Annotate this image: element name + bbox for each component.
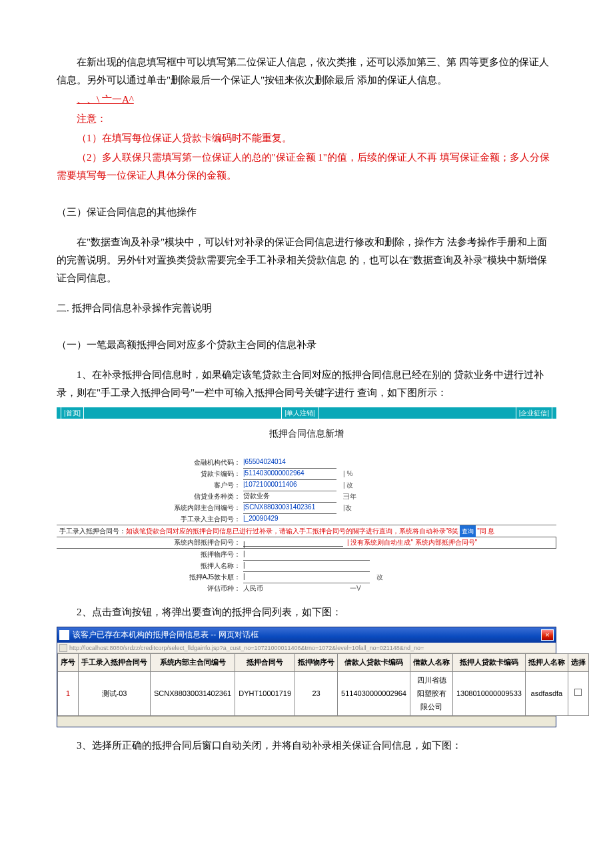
url-icon — [59, 644, 67, 652]
section3-title: （三）保证合同信息的其他操作 — [57, 203, 556, 221]
manual-hint: 如该笔贷款合同对应的抵押合同信息已进行过补录，请输入手工抵押合同号的關字进行直询… — [126, 525, 458, 537]
tab-home[interactable]: |首页| — [61, 407, 84, 419]
td-sysmain: SCNX88030031402361 — [151, 671, 235, 715]
form-topbar: |首页| |单人注销| |企业征信| — [57, 407, 556, 419]
lbl-pname: 抵押人名称： — [57, 560, 243, 572]
step-3: 3、选择所正确的抵押合同后窗口自动关闭，并将自动补录相关保证合同信息，如下图： — [57, 737, 556, 755]
suffix-pcard: 改 — [370, 571, 383, 583]
lbl-org: 金融机构代码： — [57, 457, 243, 469]
dialog-title: 该客户已存在本机构的抵押合同信息表 -- 网页对话框 — [73, 628, 259, 643]
lbl-cust: 客户号： — [57, 479, 243, 491]
heading-2: 二. 抵押合同信息补录操作完善说明 — [57, 299, 556, 317]
th-manual: 手工录入抵押合同号 — [79, 654, 151, 672]
intro-p1: 在新出现的信息填写框中可以填写第二位保证人信息，依次类推，还可以添加第三、第 四… — [57, 53, 556, 89]
suffix-sys: |改 — [336, 502, 352, 514]
dialog-screenshot: 该客户已存在本机构的抵押合同信息表 -- 网页对话框 × http://loca… — [57, 627, 556, 727]
manual-query-btn[interactable]: 査询 — [460, 525, 476, 537]
dialog-url-bar: http://localhost:8080/srdzz/creditcorp/s… — [57, 643, 556, 653]
val-syspledge[interactable]: | — [243, 539, 343, 547]
suffix-cust: | 改 — [336, 479, 353, 491]
val-pcard[interactable]: | — [243, 571, 370, 583]
manual-lbl: 手工录入抵押合同号： — [59, 525, 126, 537]
lbl-pno: 抵押物序号： — [57, 549, 243, 561]
th-pname: 抵押人名称 — [525, 654, 568, 672]
lbl-main: 手工录入主合同号： — [57, 513, 243, 525]
val-curr[interactable]: 人民币 — [243, 583, 343, 595]
th-pno: 抵押物序号 — [295, 654, 338, 672]
td-pname: asdfasdfa — [525, 671, 568, 715]
dialog-url: http://localhost:8080/srdzz/creditcorp/s… — [69, 643, 424, 653]
td-bname: 四川省德阳塑胶有限公司 — [410, 671, 453, 715]
td-manual: 测试-03 — [79, 671, 151, 715]
td-pcard: 1308010000009533 — [453, 671, 526, 715]
dialog-table: 序号 手工录入抵押合同号 系统内部主合同编号 抵押合同号 抵押物序号 借款人贷款… — [57, 653, 589, 716]
form-title: 抵押合同信息新增 — [57, 419, 556, 457]
dialog-scrollbar[interactable] — [57, 716, 556, 727]
table-header-row: 序号 手工录入抵押合同号 系统内部主合同编号 抵押合同号 抵押物序号 借款人贷款… — [58, 654, 589, 672]
form-screenshot: |首页| |单人注销| |企业征信| 抵押合同信息新增 金融机构代码： |655… — [57, 407, 556, 594]
th-pcard: 抵押人贷款卡编码 — [453, 654, 526, 672]
step-1: 1、在补录抵押合同信息时，如果确定该笔贷款主合同对应的抵押合同信息已经在别的 贷… — [57, 366, 556, 402]
dialog-icon — [59, 630, 69, 640]
th-idx: 序号 — [58, 654, 79, 672]
suffix-card: | % — [336, 468, 352, 480]
td-bcard: 5114030000002964 — [338, 671, 410, 715]
td-idx: 1 — [58, 671, 79, 715]
lbl-card: 贷款卡编码： — [57, 468, 243, 480]
lbl-pcard: 抵押AJ5敦卡順： — [57, 571, 243, 583]
suffix-type: 彐年 — [336, 491, 356, 503]
dialog-titlebar: 该客户已存在本机构的抵押合同信息表 -- 网页对话框 × — [57, 627, 556, 643]
close-icon[interactable]: × — [541, 629, 554, 641]
note-2: （2）多人联保只需填写第一位保证人的总的"保证金额 1"的值，后续的保证人不再 … — [57, 149, 556, 185]
tab-right[interactable]: |企业征信| — [516, 407, 552, 419]
tab-mid[interactable]: |单人注销| — [281, 407, 318, 419]
val-main[interactable]: |_20090429 — [243, 513, 336, 525]
td-pledgeno: DYHT10001719 — [235, 671, 295, 715]
th-bname: 借款人名称 — [410, 654, 453, 672]
th-sysmain: 系统内部主合同编号 — [151, 654, 235, 672]
th-select: 选择 — [568, 654, 588, 672]
td-pno: 23 — [295, 671, 338, 715]
section3-body: 在"数据查询及补录"模块中，可以针对补录的保证合同信息进行修改和删除，操作方 法… — [57, 233, 556, 287]
table-row: 1 测试-03 SCNX88030031402361 DYHT10001719 … — [58, 671, 589, 715]
th-pledgeno: 抵押合同号 — [235, 654, 295, 672]
note-head: 注意： — [57, 110, 556, 128]
manual-trail: "同 息 — [477, 525, 494, 537]
td-select[interactable] — [568, 671, 588, 715]
lbl-type: 信贷业务种类： — [57, 491, 243, 503]
lbl-syspledge: 系统内部抵押合同号： — [57, 537, 243, 549]
th-bcard: 借款人贷款卡编码 — [338, 654, 410, 672]
manual-row: 手工录入抵押合同号： 如该笔贷款合同对应的抵押合同信息已进行过补录，请输入手工抵… — [57, 525, 556, 537]
note-syspledge: | 没有系统则自动生成" 系统内部抵押合同号" — [347, 537, 477, 549]
radio-icon[interactable] — [574, 689, 582, 696]
lbl-sys: 系统内部主合同编号： — [57, 502, 243, 514]
suffix-curr: 一V — [343, 583, 361, 595]
step-2: 2、点击查询按钮，将弹出要查询的抵押合同列表，如下图： — [57, 603, 556, 621]
sub1-title: （一）一笔最高额抵押合同对应多个贷款主合同的信息补录 — [57, 336, 556, 354]
lbl-curr: 评估币种： — [57, 583, 243, 595]
intro-symbol: 、、\ 亠一A^ — [57, 91, 556, 109]
note-1: （1）在填写每位保证人贷款卡编码时不能重复。 — [57, 129, 556, 147]
